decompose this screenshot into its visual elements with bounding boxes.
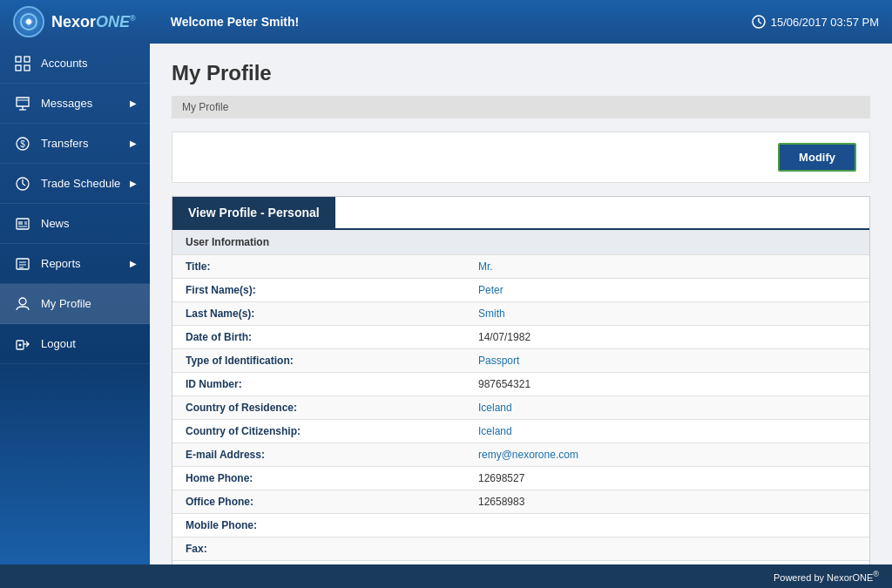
trade-schedule-arrow: ▶ <box>130 179 137 188</box>
field-label-2: Last Name(s): <box>172 302 465 326</box>
trade-schedule-icon <box>13 174 32 193</box>
transfers-label: Transfers <box>41 137 130 150</box>
sidebar-item-accounts[interactable]: Accounts <box>0 44 150 84</box>
logo: NexorONE® <box>13 6 136 37</box>
my-profile-label: My Profile <box>41 297 137 310</box>
field-value-9: 12698527 <box>465 467 869 490</box>
field-label-9: Home Phone: <box>172 467 465 490</box>
accounts-icon <box>13 54 32 73</box>
my-profile-icon <box>13 294 32 314</box>
sidebar-item-reports[interactable]: Reports ▶ <box>0 244 150 284</box>
svg-rect-19 <box>18 221 23 225</box>
field-label-10: Office Phone: <box>172 490 465 514</box>
logout-label: Logout <box>41 337 137 350</box>
field-value-3: 14/07/1982 <box>465 326 869 349</box>
reports-arrow: ▶ <box>130 259 137 268</box>
svg-line-4 <box>759 22 761 24</box>
svg-text:$: $ <box>20 139 25 149</box>
field-label-7: Country of Citizenship: <box>172 420 465 443</box>
field-label-1: First Name(s): <box>172 279 465 302</box>
profile-section-title: View Profile - Personal <box>172 197 335 228</box>
profile-table: User InformationTitle:Mr.First Name(s):P… <box>172 230 869 564</box>
field-label-8: E-mail Address: <box>172 443 465 467</box>
user-information-header: User Information <box>172 230 869 255</box>
sidebar-item-messages[interactable]: Messages ▶ <box>0 84 150 124</box>
messages-icon <box>13 94 32 113</box>
field-value-2: Smith <box>465 302 869 326</box>
svg-point-29 <box>19 343 22 346</box>
trade-schedule-label: Trade Schedule <box>41 177 130 190</box>
sidebar: Accounts Messages ▶ $ Transfers ▶ Trade … <box>0 44 150 564</box>
sidebar-item-my-profile[interactable]: My Profile <box>0 284 150 324</box>
profile-header-wrapper: View Profile - Personal <box>172 197 869 230</box>
field-label-0: Title: <box>172 255 465 279</box>
field-label-12: Fax: <box>172 537 465 561</box>
app-footer: Powered by NexorONE® <box>0 564 892 588</box>
sidebar-item-transfers[interactable]: $ Transfers ▶ <box>0 124 150 164</box>
modify-button[interactable]: Modify <box>778 143 856 172</box>
field-value-6: Iceland <box>465 396 869 420</box>
logout-icon <box>13 335 32 354</box>
transfers-arrow: ▶ <box>130 139 137 148</box>
svg-point-1 <box>26 19 31 24</box>
main-layout: Accounts Messages ▶ $ Transfers ▶ Trade … <box>0 44 892 564</box>
sidebar-item-trade-schedule[interactable]: Trade Schedule ▶ <box>0 164 150 204</box>
field-label-3: Date of Birth: <box>172 326 465 349</box>
svg-line-17 <box>23 184 25 186</box>
svg-rect-7 <box>16 65 21 71</box>
modify-section: Modify <box>172 132 870 183</box>
field-value-8: remy@nexorone.com <box>465 443 869 467</box>
field-value-11 <box>465 514 869 537</box>
app-header: NexorONE® Welcome Peter Smith! 15/06/201… <box>0 0 892 44</box>
field-value-4: Passport <box>465 349 869 373</box>
svg-rect-5 <box>16 57 21 62</box>
svg-point-27 <box>19 298 26 305</box>
main-content: My Profile My Profile Modify View Profil… <box>150 44 892 564</box>
clock-icon <box>752 15 766 29</box>
footer-text: Powered by NexorONE® <box>774 572 879 583</box>
field-label-5: ID Number: <box>172 373 465 396</box>
sidebar-spacer <box>0 364 150 564</box>
logo-text: NexorONE® <box>51 13 136 31</box>
field-label-6: Country of Residence: <box>172 396 465 420</box>
field-label-4: Type of Identification: <box>172 349 465 373</box>
svg-marker-9 <box>17 98 29 106</box>
logo-icon <box>13 6 44 37</box>
field-value-5: 987654321 <box>465 373 869 396</box>
svg-rect-8 <box>24 65 30 71</box>
breadcrumb: My Profile <box>172 96 870 118</box>
datetime-display: 15/06/2017 03:57 PM <box>752 15 879 29</box>
reports-icon <box>13 254 32 274</box>
messages-arrow: ▶ <box>130 98 137 108</box>
field-value-0: Mr. <box>465 255 869 279</box>
sidebar-item-news[interactable]: News <box>0 204 150 244</box>
field-value-12 <box>465 537 869 561</box>
accounts-label: Accounts <box>41 57 137 70</box>
field-value-1: Peter <box>465 279 869 302</box>
profile-section: View Profile - Personal User Information… <box>172 196 870 564</box>
page-title: My Profile <box>172 61 870 85</box>
news-label: News <box>41 217 137 230</box>
reports-label: Reports <box>41 257 130 270</box>
sidebar-item-logout[interactable]: Logout <box>0 324 150 364</box>
svg-rect-6 <box>24 57 30 62</box>
messages-label: Messages <box>41 97 130 110</box>
field-value-7: Iceland <box>465 420 869 443</box>
field-label-11: Mobile Phone: <box>172 514 465 537</box>
field-value-10: 12658983 <box>465 490 869 514</box>
welcome-message: Welcome Peter Smith! <box>171 15 752 29</box>
transfers-icon: $ <box>13 134 32 153</box>
news-icon <box>13 214 32 233</box>
